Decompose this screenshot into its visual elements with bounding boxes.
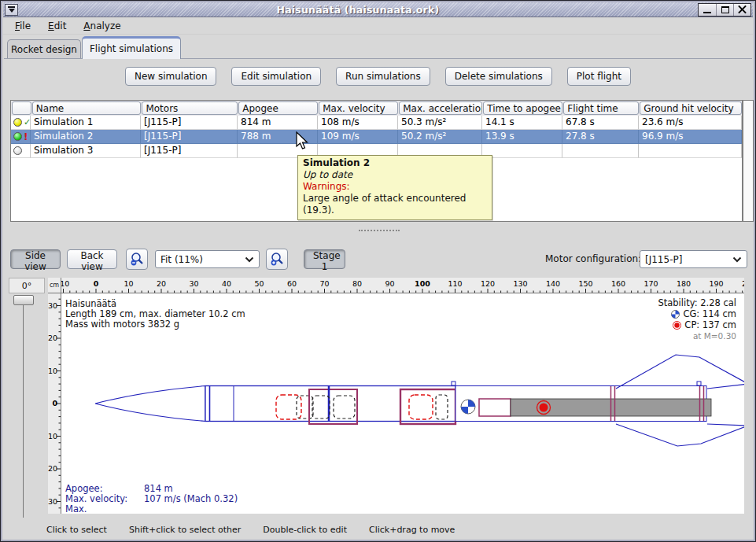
svg-text:-10: -10 xyxy=(61,279,69,288)
column-header-time-to-apogee[interactable]: Time to apogee xyxy=(483,101,562,115)
svg-text:10: 10 xyxy=(124,279,133,288)
table-body: ✓Simulation 1[J115-P]814 m108 m/s50.3 m/… xyxy=(11,116,742,158)
stage-1-toggle[interactable]: Stage 1 xyxy=(304,249,345,269)
column-header-status[interactable] xyxy=(12,101,31,115)
tooltip-state: Up to date xyxy=(303,169,487,181)
svg-text:70: 70 xyxy=(319,279,329,288)
status-ball-yellow-icon xyxy=(13,118,22,127)
fin-bottom[interactable] xyxy=(616,424,744,446)
rocket-info: Haisunäätä Length 189 cm, max. diameter … xyxy=(65,299,245,330)
svg-text:20: 20 xyxy=(157,279,166,288)
status-cell xyxy=(11,144,31,158)
zoom-in-button[interactable] xyxy=(266,249,288,270)
cell-time-to-apogee: 13.9 s xyxy=(482,130,562,144)
close-button[interactable] xyxy=(733,4,750,16)
new-simulation-button[interactable]: New simulation xyxy=(125,67,217,86)
rocket-canvas[interactable]: Haisunäätä Length 189 cm, max. diameter … xyxy=(61,293,744,514)
svg-text:30: 30 xyxy=(48,497,57,506)
motor-configuration-label: Motor configuration: xyxy=(545,253,641,264)
cell-name: Simulation 2 xyxy=(31,130,141,144)
minimize-icon xyxy=(703,12,711,13)
close-icon xyxy=(738,6,747,14)
svg-text:200: 200 xyxy=(742,279,744,288)
zoom-out-button[interactable] xyxy=(126,249,148,270)
svg-text:100: 100 xyxy=(415,279,430,288)
table-scrollbar[interactable] xyxy=(743,100,754,222)
column-header-flight-time[interactable]: Flight time xyxy=(563,101,639,115)
svg-text:160: 160 xyxy=(611,279,625,288)
rocket-mass: Mass with motors 3832 g xyxy=(65,319,245,330)
status-hint-bar: Click to selectShift+click to select oth… xyxy=(3,522,753,538)
tooltip-title: Simulation 2 xyxy=(303,157,487,169)
svg-text:20: 20 xyxy=(48,464,57,473)
tooltip-warning-text: Large angle of attack encountered (19.3)… xyxy=(303,193,487,216)
cell-max-velocity: 109 m/s xyxy=(318,130,398,144)
svg-text:150: 150 xyxy=(578,279,592,288)
motor-configuration-select[interactable]: [J115-P] xyxy=(640,250,747,268)
svg-text:-20: -20 xyxy=(48,334,57,342)
app-icon[interactable] xyxy=(5,4,18,16)
mach-condition: at M=0.30 xyxy=(658,330,736,341)
svg-text:80: 80 xyxy=(352,279,362,288)
max-velocity-value: 107 m/s (Mach 0.32) xyxy=(144,493,238,504)
title-bar[interactable]: Haisunäätä (haisunaata.ork) xyxy=(3,2,753,17)
column-header-max-velocity[interactable]: Max. velocity xyxy=(319,101,398,115)
window-controls xyxy=(698,3,751,17)
tab-flight-simulations[interactable]: Flight simulations xyxy=(82,36,181,59)
rotation-slider-handle[interactable] xyxy=(13,295,34,305)
split-divider[interactable] xyxy=(1,224,755,240)
status-ball-green-icon xyxy=(13,132,22,141)
cell-max-acceleration: 50.3 m/s² xyxy=(398,116,482,130)
minimize-button[interactable] xyxy=(699,4,716,16)
zoom-select[interactable]: Fit (11%) xyxy=(155,250,260,268)
column-header-max-acceleration[interactable]: Max. acceleration xyxy=(399,101,482,115)
vertical-ruler: -30-20-100102030 xyxy=(48,293,61,514)
cell-motors: [J115-P] xyxy=(141,130,238,144)
column-header-ground-hit-velocity[interactable]: Ground hit velocity xyxy=(640,101,742,115)
stability-value: Stability: 2.28 cal xyxy=(658,297,736,308)
maximize-icon xyxy=(721,6,729,13)
rotation-label: 0° xyxy=(9,278,45,293)
table-row-simulation-1[interactable]: ✓Simulation 1[J115-P]814 m108 m/s50.3 m/… xyxy=(11,116,742,130)
svg-text:60: 60 xyxy=(287,279,297,288)
cell-max-velocity: 108 m/s xyxy=(318,116,398,130)
svg-text:130: 130 xyxy=(513,279,527,288)
menu-item-analyze[interactable]: Analyze xyxy=(76,19,127,33)
application-window: Haisunäätä (haisunaata.ork) FileEditAnal… xyxy=(0,0,756,542)
divider-handle-icon xyxy=(359,230,400,231)
zoom-value: Fit (11%) xyxy=(156,254,240,265)
cell-flight-time: 67.8 s xyxy=(562,116,639,130)
motor-configuration-value: [J115-P] xyxy=(640,254,728,265)
maximize-button[interactable] xyxy=(716,4,733,16)
status-ball-gray-icon xyxy=(13,146,22,155)
plot-flight-button[interactable]: Plot flight xyxy=(567,67,631,86)
run-simulations-button[interactable]: Run simulations xyxy=(336,67,430,86)
svg-text:190: 190 xyxy=(709,279,723,288)
cell-ground-hit-velocity: 23.6 m/s xyxy=(639,116,742,130)
cell-name: Simulation 3 xyxy=(31,144,141,158)
fin-top[interactable] xyxy=(616,355,744,389)
tab-rocket-design[interactable]: Rocket design xyxy=(7,39,81,58)
hint-click-to-select: Click to select xyxy=(46,525,107,535)
menu-item-file[interactable]: File xyxy=(8,19,38,33)
back-view-button[interactable]: Back view xyxy=(67,249,117,269)
cp-value: CP: 137 cm xyxy=(684,319,736,330)
svg-text:0: 0 xyxy=(52,399,57,407)
column-header-name[interactable]: Name xyxy=(32,101,142,115)
delete-simulations-button[interactable]: Delete simulations xyxy=(445,67,552,86)
side-view-button[interactable]: Side view xyxy=(10,249,61,269)
simulation-tooltip: Simulation 2 Up to date Warnings: Large … xyxy=(297,155,492,220)
svg-text:40: 40 xyxy=(222,279,231,288)
column-header-apogee[interactable]: Apogee xyxy=(238,101,318,115)
cell-flight-time: 27.8 s xyxy=(562,130,639,144)
magnifier-plus-icon xyxy=(270,252,285,267)
column-header-motors[interactable]: Motors xyxy=(142,101,238,115)
cg-marker xyxy=(461,400,475,414)
table-row-simulation-2[interactable]: !Simulation 2[J115-P]788 m109 m/s50.2 m/… xyxy=(11,130,742,144)
stability-info: Stability: 2.28 cal CG: 114 cm CP: 137 c… xyxy=(658,297,736,341)
menu-item-edit[interactable]: Edit xyxy=(41,19,73,33)
svg-text:30: 30 xyxy=(189,279,198,288)
rotation-slider-track[interactable] xyxy=(23,300,25,518)
edit-simulation-button[interactable]: Edit simulation xyxy=(231,67,321,86)
hint-shift-click-to-select-other: Shift+click to select other xyxy=(129,525,241,535)
